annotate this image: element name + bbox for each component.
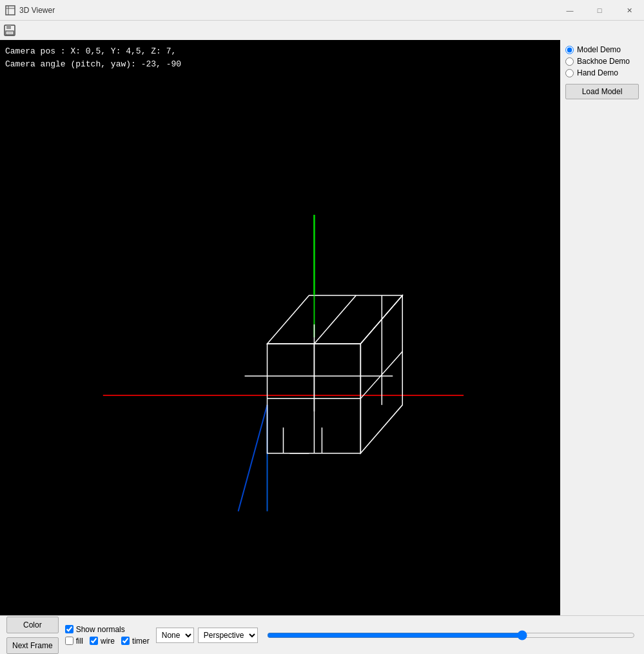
radio-model-demo-input[interactable] xyxy=(565,46,574,54)
svg-line-10 xyxy=(239,405,268,511)
svg-rect-0 xyxy=(6,6,15,15)
show-normals-checkbox[interactable] xyxy=(65,625,73,633)
fill-checkbox[interactable] xyxy=(65,637,73,645)
wire-checkbox[interactable] xyxy=(90,637,98,645)
viewport-container: Camera pos : X: 0,5, Y: 4,5, Z: 7, Camer… xyxy=(0,40,560,615)
fill-label: fill xyxy=(76,637,83,646)
right-panel: Model Demo Backhoe Demo Hand Demo Load M… xyxy=(560,40,644,615)
camera-info: Camera pos : X: 0,5, Y: 4,5, Z: 7, Camer… xyxy=(5,45,181,70)
minimize-button[interactable]: — xyxy=(555,0,585,21)
radio-model-demo-label: Model Demo xyxy=(577,45,621,54)
camera-angle: Camera angle (pitch, yaw): -23, -90 xyxy=(5,58,181,71)
3d-viewport[interactable]: Camera pos : X: 0,5, Y: 4,5, Z: 7, Camer… xyxy=(0,40,560,615)
svg-line-16 xyxy=(314,295,356,344)
camera-pos: Camera pos : X: 0,5, Y: 4,5, Z: 7, xyxy=(5,45,181,58)
window-title: 3D Viewer xyxy=(19,6,55,15)
load-model-button[interactable]: Load Model xyxy=(565,84,639,99)
radio-hand-demo-label: Hand Demo xyxy=(577,68,618,77)
save-icon[interactable] xyxy=(3,23,17,37)
window-controls: — □ ✕ xyxy=(555,0,644,21)
svg-rect-4 xyxy=(6,25,11,29)
svg-rect-6 xyxy=(7,32,12,34)
maximize-button[interactable]: □ xyxy=(585,0,614,21)
close-button[interactable]: ✕ xyxy=(614,0,644,21)
radio-hand-demo-input[interactable] xyxy=(565,69,574,77)
none-dropdown[interactable]: None xyxy=(156,628,194,643)
timer-checkbox-label[interactable]: timer xyxy=(121,637,150,646)
radio-backhoe-demo-label: Backhoe Demo xyxy=(577,57,630,66)
checkbox-group: Show normals fill wire timer xyxy=(65,625,150,646)
show-normals-checkbox-label[interactable]: Show normals xyxy=(65,625,150,634)
toolbar: Color Next Frame Show normals fill wire … xyxy=(0,615,644,654)
slider-container xyxy=(264,630,638,640)
timer-checkbox[interactable] xyxy=(121,637,130,645)
scene-svg xyxy=(0,40,560,615)
fill-checkbox-label[interactable]: fill xyxy=(65,637,83,646)
show-normals-label: Show normals xyxy=(76,625,125,634)
wire-label: wire xyxy=(101,637,115,646)
radio-model-demo[interactable]: Model Demo xyxy=(565,45,639,54)
menubar xyxy=(0,21,644,40)
radio-hand-demo[interactable]: Hand Demo xyxy=(565,68,639,77)
color-button[interactable]: Color xyxy=(6,617,59,633)
toolbar-dropdowns: None Perspective xyxy=(156,628,258,643)
radio-backhoe-demo-input[interactable] xyxy=(565,57,574,66)
titlebar: 3D Viewer — □ ✕ xyxy=(0,0,644,21)
radio-backhoe-demo[interactable]: Backhoe Demo xyxy=(565,57,639,66)
main-content: Camera pos : X: 0,5, Y: 4,5, Z: 7, Camer… xyxy=(0,40,644,615)
app-icon xyxy=(5,5,15,15)
timer-label: timer xyxy=(132,637,150,646)
next-frame-button[interactable]: Next Frame xyxy=(6,637,59,654)
wire-checkbox-label[interactable]: wire xyxy=(90,637,115,646)
slider[interactable] xyxy=(267,630,635,640)
perspective-dropdown[interactable]: Perspective xyxy=(198,628,258,643)
demo-radio-group: Model Demo Backhoe Demo Hand Demo xyxy=(565,45,639,77)
